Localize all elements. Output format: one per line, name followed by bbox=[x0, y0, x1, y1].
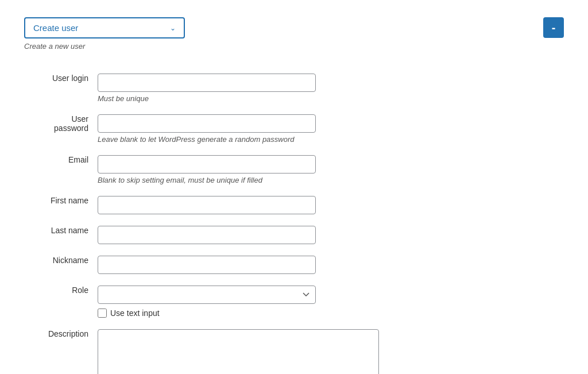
form-table: User login Must be unique Userpassword L… bbox=[24, 68, 564, 374]
role-row: Role Administrator Editor Author Contrib… bbox=[24, 280, 564, 323]
user-password-label: Userpassword bbox=[24, 109, 93, 149]
user-login-input[interactable] bbox=[98, 74, 316, 92]
header-left: Create user ⌄ Create a new user bbox=[24, 17, 185, 51]
user-password-row: Userpassword Leave blank to let WordPres… bbox=[24, 109, 564, 149]
description-label: Description bbox=[24, 323, 93, 374]
user-password-hint: Leave blank to let WordPress generate a … bbox=[98, 135, 559, 144]
description-row: Description bbox=[24, 323, 564, 374]
last-name-input[interactable] bbox=[98, 226, 316, 244]
first-name-field bbox=[93, 190, 564, 220]
email-label: Email bbox=[24, 149, 93, 190]
user-login-field: Must be unique bbox=[93, 68, 564, 109]
nickname-label: Nickname bbox=[24, 250, 93, 280]
action-dropdown[interactable]: Create user ⌄ bbox=[24, 17, 185, 38]
first-name-input[interactable] bbox=[98, 196, 316, 214]
minus-button[interactable]: - bbox=[543, 17, 564, 38]
user-login-row: User login Must be unique bbox=[24, 68, 564, 109]
email-field-cell: Blank to skip setting email, must be uni… bbox=[93, 149, 564, 190]
use-text-input-checkbox[interactable] bbox=[98, 309, 107, 318]
role-field: Administrator Editor Author Contributor … bbox=[93, 280, 564, 323]
last-name-row: Last name bbox=[24, 220, 564, 250]
email-hint: Blank to skip setting email, must be uni… bbox=[98, 176, 559, 184]
first-name-label: First name bbox=[24, 190, 93, 220]
role-label: Role bbox=[24, 280, 93, 323]
header-row: Create user ⌄ Create a new user - bbox=[24, 17, 564, 51]
nickname-input[interactable] bbox=[98, 256, 316, 274]
use-text-input-row: Use text input bbox=[98, 309, 559, 318]
nickname-row: Nickname bbox=[24, 250, 564, 280]
dropdown-label: Create user bbox=[33, 23, 78, 33]
email-input[interactable] bbox=[98, 155, 316, 173]
subtitle: Create a new user bbox=[24, 42, 185, 51]
email-row: Email Blank to skip setting email, must … bbox=[24, 149, 564, 190]
user-login-label: User login bbox=[24, 68, 93, 109]
last-name-label: Last name bbox=[24, 220, 93, 250]
page-container: Create user ⌄ Create a new user - User l… bbox=[18, 11, 570, 374]
user-password-field: Leave blank to let WordPress generate a … bbox=[93, 109, 564, 149]
last-name-field bbox=[93, 220, 564, 250]
chevron-down-icon: ⌄ bbox=[170, 24, 176, 32]
use-text-input-label[interactable]: Use text input bbox=[110, 309, 160, 318]
description-field bbox=[93, 323, 564, 374]
first-name-row: First name bbox=[24, 190, 564, 220]
user-login-hint: Must be unique bbox=[98, 94, 559, 103]
description-textarea[interactable] bbox=[98, 329, 379, 374]
user-password-input[interactable] bbox=[98, 114, 316, 133]
role-select[interactable]: Administrator Editor Author Contributor … bbox=[98, 286, 316, 304]
nickname-field bbox=[93, 250, 564, 280]
